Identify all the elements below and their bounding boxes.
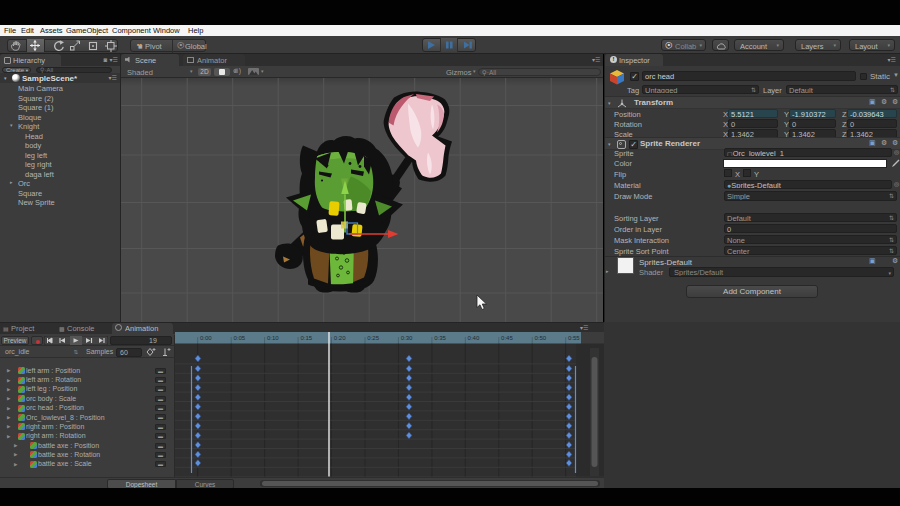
svg-text:0:40: 0:40 xyxy=(468,335,480,341)
svg-text:0:45: 0:45 xyxy=(501,335,513,341)
svg-text:0:35: 0:35 xyxy=(434,335,446,341)
svg-text:0:10: 0:10 xyxy=(267,335,279,341)
svg-text:0:50: 0:50 xyxy=(535,335,547,341)
svg-text:0:05: 0:05 xyxy=(234,335,246,341)
svg-text:0:15: 0:15 xyxy=(301,335,313,341)
svg-text:0:25: 0:25 xyxy=(367,335,379,341)
svg-text:0:20: 0:20 xyxy=(334,335,346,341)
svg-text:0:55: 0:55 xyxy=(568,335,580,341)
svg-text:0:00: 0:00 xyxy=(200,335,212,341)
svg-text:0:30: 0:30 xyxy=(401,335,413,341)
